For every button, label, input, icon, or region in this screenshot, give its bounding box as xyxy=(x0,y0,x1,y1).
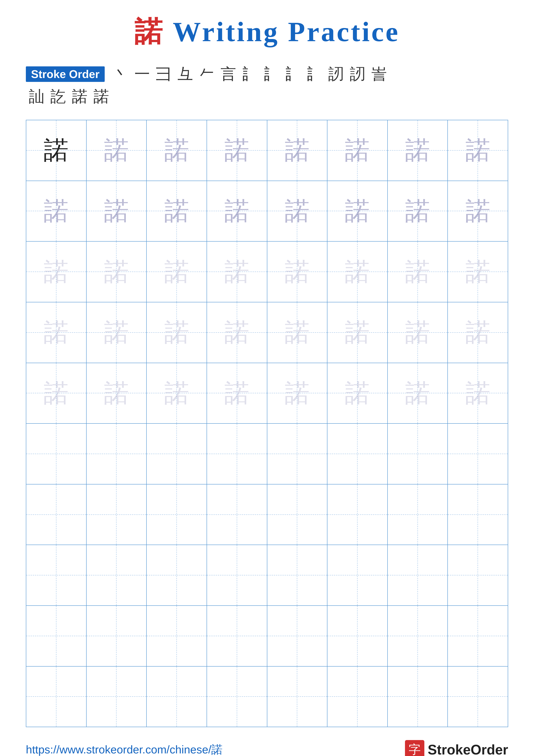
grid-cell[interactable]: 諾 xyxy=(207,120,267,180)
practice-char: 諾 xyxy=(466,259,490,284)
grid-row xyxy=(26,545,508,606)
grid-cell[interactable]: 諾 xyxy=(26,120,87,180)
grid-cell[interactable]: 諾 xyxy=(26,302,87,363)
grid-cell[interactable] xyxy=(26,484,87,545)
grid-cell[interactable] xyxy=(147,424,207,484)
practice-char: 諾 xyxy=(44,199,68,224)
stroke-char: 訒 xyxy=(325,64,347,85)
stroke-chars-row1: 丶 一 彐 彑 𠂉 言 訁 訁 訁 訁 訒 訒 訔 xyxy=(110,64,390,85)
practice-char: 諾 xyxy=(285,199,310,224)
grid-cell[interactable]: 諾 xyxy=(267,363,328,423)
grid-cell[interactable] xyxy=(267,424,328,484)
grid-cell[interactable] xyxy=(327,484,388,545)
grid-cell[interactable] xyxy=(388,424,448,484)
grid-cell[interactable] xyxy=(147,606,207,666)
grid-cell[interactable] xyxy=(207,666,267,727)
grid-cell[interactable]: 諾 xyxy=(448,242,508,302)
grid-cell[interactable]: 諾 xyxy=(26,181,87,241)
grid-cell[interactable]: 諾 xyxy=(267,120,328,180)
practice-char: 諾 xyxy=(104,138,129,163)
grid-cell[interactable] xyxy=(267,484,328,545)
grid-cell[interactable] xyxy=(87,484,147,545)
footer-logo: 字 StrokeOrder xyxy=(405,740,508,756)
stroke-char: 彑 xyxy=(174,64,196,85)
grid-cell[interactable]: 諾 xyxy=(388,120,448,180)
grid-cell[interactable]: 諾 xyxy=(388,302,448,363)
grid-cell[interactable] xyxy=(267,666,328,727)
grid-cell[interactable] xyxy=(448,484,508,545)
grid-cell[interactable]: 諾 xyxy=(327,181,388,241)
grid-cell[interactable] xyxy=(26,545,87,606)
grid-cell[interactable] xyxy=(26,666,87,727)
grid-cell[interactable]: 諾 xyxy=(147,120,207,180)
grid-cell[interactable]: 諾 xyxy=(207,242,267,302)
grid-cell[interactable]: 諾 xyxy=(448,302,508,363)
practice-char: 諾 xyxy=(104,259,129,284)
grid-cell[interactable] xyxy=(327,606,388,666)
grid-cell[interactable]: 諾 xyxy=(327,242,388,302)
grid-cell[interactable]: 諾 xyxy=(26,363,87,423)
grid-cell[interactable] xyxy=(388,545,448,606)
grid-cell[interactable] xyxy=(267,545,328,606)
practice-char: 諾 xyxy=(466,381,490,406)
page-title: 諾 Writing Practice xyxy=(135,13,400,51)
grid-cell[interactable] xyxy=(26,606,87,666)
grid-cell[interactable]: 諾 xyxy=(207,363,267,423)
grid-cell[interactable]: 諾 xyxy=(267,302,328,363)
grid-cell[interactable]: 諾 xyxy=(388,242,448,302)
practice-char: 諾 xyxy=(345,199,369,224)
grid-cell[interactable] xyxy=(207,545,267,606)
practice-char: 諾 xyxy=(165,320,189,345)
grid-cell[interactable]: 諾 xyxy=(26,242,87,302)
grid-cell[interactable] xyxy=(207,424,267,484)
grid-cell[interactable]: 諾 xyxy=(207,181,267,241)
grid-cell[interactable]: 諾 xyxy=(87,302,147,363)
grid-cell[interactable]: 諾 xyxy=(147,302,207,363)
stroke-order-row1: Stroke Order 丶 一 彐 彑 𠂉 言 訁 訁 訁 訁 訒 訒 訔 xyxy=(26,64,508,85)
grid-cell[interactable]: 諾 xyxy=(388,363,448,423)
grid-cell[interactable]: 諾 xyxy=(448,181,508,241)
practice-char: 諾 xyxy=(44,259,68,284)
grid-cell[interactable]: 諾 xyxy=(267,242,328,302)
practice-char: 諾 xyxy=(405,138,430,163)
grid-cell[interactable]: 諾 xyxy=(388,181,448,241)
grid-cell[interactable]: 諾 xyxy=(448,120,508,180)
grid-cell[interactable]: 諾 xyxy=(87,120,147,180)
footer: https://www.strokeorder.com/chinese/諾 字 … xyxy=(26,727,508,756)
grid-cell[interactable] xyxy=(147,484,207,545)
grid-cell[interactable] xyxy=(448,424,508,484)
grid-cell[interactable] xyxy=(388,484,448,545)
grid-cell[interactable]: 諾 xyxy=(327,302,388,363)
grid-cell[interactable]: 諾 xyxy=(448,363,508,423)
grid-cell[interactable]: 諾 xyxy=(267,181,328,241)
grid-cell[interactable] xyxy=(147,545,207,606)
grid-cell[interactable] xyxy=(327,666,388,727)
grid-cell[interactable] xyxy=(207,606,267,666)
grid-cell[interactable] xyxy=(388,666,448,727)
grid-cell[interactable]: 諾 xyxy=(87,242,147,302)
grid-cell[interactable] xyxy=(26,424,87,484)
grid-cell[interactable] xyxy=(327,545,388,606)
grid-cell[interactable]: 諾 xyxy=(87,363,147,423)
grid-cell[interactable] xyxy=(87,666,147,727)
grid-cell[interactable]: 諾 xyxy=(207,302,267,363)
stroke-char: 訁 xyxy=(239,64,261,85)
grid-cell[interactable] xyxy=(87,545,147,606)
stroke-char: 訁 xyxy=(261,64,282,85)
grid-cell[interactable]: 諾 xyxy=(147,242,207,302)
grid-cell[interactable] xyxy=(448,545,508,606)
grid-cell[interactable] xyxy=(207,484,267,545)
grid-cell[interactable] xyxy=(448,606,508,666)
grid-cell[interactable] xyxy=(87,424,147,484)
grid-cell[interactable] xyxy=(327,424,388,484)
grid-cell[interactable]: 諾 xyxy=(147,181,207,241)
grid-cell[interactable] xyxy=(147,666,207,727)
grid-cell[interactable]: 諾 xyxy=(147,363,207,423)
grid-cell[interactable]: 諾 xyxy=(327,120,388,180)
grid-cell[interactable]: 諾 xyxy=(327,363,388,423)
grid-cell[interactable] xyxy=(448,666,508,727)
grid-cell[interactable] xyxy=(87,606,147,666)
grid-cell[interactable] xyxy=(388,606,448,666)
grid-cell[interactable] xyxy=(267,606,328,666)
grid-cell[interactable]: 諾 xyxy=(87,181,147,241)
